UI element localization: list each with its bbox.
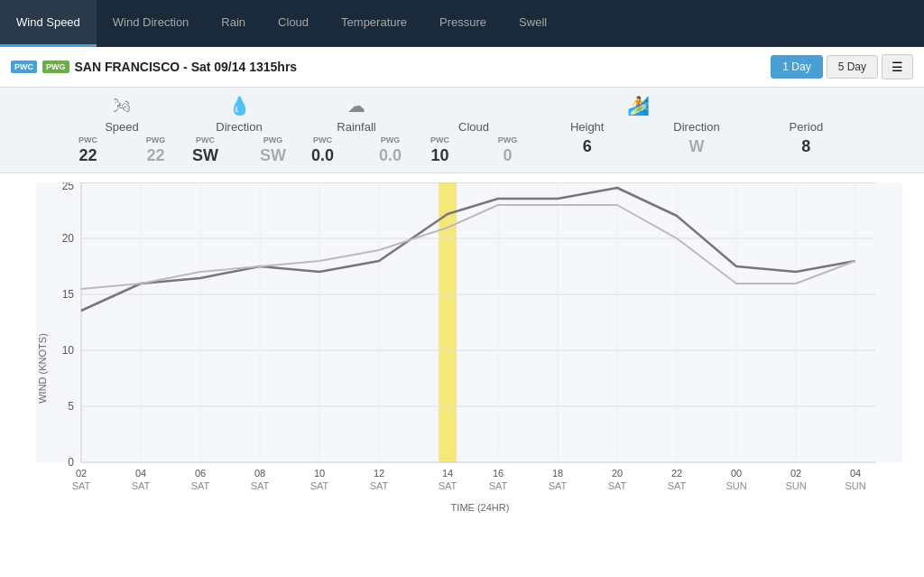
svg-text:SAT: SAT xyxy=(132,480,151,491)
location-info: PWC PWG SAN FRANCISCO - Sat 09/14 1315hr… xyxy=(11,60,297,74)
menu-button[interactable]: ☰ xyxy=(882,54,913,79)
wind-dir-pwc-value: SW xyxy=(192,146,218,165)
wind-speed-title: Speed xyxy=(105,120,139,134)
swell-dir-group: Direction W xyxy=(642,120,751,156)
svg-text:SAT: SAT xyxy=(370,480,389,491)
wind-dir-pwg-value: SW xyxy=(260,146,286,165)
wind-dir-pwg-label: PWG xyxy=(263,135,283,144)
cloud-icon: ☁ xyxy=(347,95,365,116)
svg-rect-0 xyxy=(36,182,902,462)
wind-dir-pwg: PWG SW xyxy=(248,135,298,165)
svg-text:SAT: SAT xyxy=(668,480,687,491)
svg-text:08: 08 xyxy=(254,468,265,479)
svg-text:SAT: SAT xyxy=(191,480,210,491)
svg-text:20: 20 xyxy=(612,468,623,479)
swell-height-value: 6 xyxy=(583,137,592,156)
cloud-icon-group: ☁ xyxy=(298,95,415,116)
svg-text:10: 10 xyxy=(62,344,75,357)
svg-text:SAT: SAT xyxy=(310,480,329,491)
tab-pressure[interactable]: Pressure xyxy=(423,0,503,47)
wind-icon: 🌬 xyxy=(113,96,131,116)
data-values-row: Speed PWC 22 PWG 22 Direction PWC SW xyxy=(0,118,924,171)
chart-container: WIND (KNOTS) 0 5 10 15 20 xyxy=(0,173,924,518)
svg-text:0: 0 xyxy=(68,456,74,469)
svg-text:SAT: SAT xyxy=(251,480,270,491)
wind-dir-pwc-label: PWC xyxy=(196,135,215,144)
rain-pwg: PWG 0.0 xyxy=(365,135,415,165)
data-table: 🌬 💧 ☁ 🏄 Speed PWC 22 PWG 22 xyxy=(0,88,924,173)
1day-button[interactable]: 1 Day xyxy=(771,55,822,79)
svg-text:12: 12 xyxy=(374,468,384,479)
wind-speed-pwg: PWG 22 xyxy=(131,135,180,165)
swell-icon: 🏄 xyxy=(627,95,650,116)
swell-period-title: Period xyxy=(790,120,824,134)
cloud-pwg-label: PWG xyxy=(498,135,518,144)
cloud-pwg: PWG 0 xyxy=(483,135,532,165)
svg-text:SAT: SAT xyxy=(439,480,457,491)
wind-dir-title: Direction xyxy=(216,120,262,134)
svg-text:02: 02 xyxy=(76,468,87,479)
cloud-subrow: PWC 10 PWG 0 xyxy=(415,135,532,165)
svg-text:04: 04 xyxy=(850,468,861,479)
wind-speed-subrow: PWC 22 PWG 22 xyxy=(63,135,180,165)
cloud-group: Cloud PWC 10 PWG 0 xyxy=(415,120,532,165)
cloud-pwc: PWC 10 xyxy=(415,135,465,165)
pwg-badge: PWG xyxy=(42,60,69,73)
wind-speed-pwc: PWC 22 xyxy=(63,135,113,165)
wind-speed-pwg-label: PWG xyxy=(146,135,166,144)
5day-button[interactable]: 5 Day xyxy=(827,55,878,79)
svg-text:02: 02 xyxy=(790,468,801,479)
cloud-pwc-value: 10 xyxy=(430,146,448,165)
wind-dir-pwc: PWC SW xyxy=(180,135,230,165)
rain-group: Rainfall PWC 0.0 PWG 0.0 xyxy=(298,120,415,165)
cloud-pwc-label: PWC xyxy=(430,135,449,144)
wind-speed-pwc-label: PWC xyxy=(79,135,97,144)
svg-text:SAT: SAT xyxy=(489,480,508,491)
svg-text:10: 10 xyxy=(314,468,325,479)
rain-pwg-value: 0.0 xyxy=(379,146,402,165)
svg-text:SUN: SUN xyxy=(785,480,806,491)
rain-pwc: PWC 0.0 xyxy=(298,135,347,165)
wind-icon-group: 🌬 xyxy=(63,96,180,116)
y-axis-label: WIND (KNOTS) xyxy=(37,333,48,404)
svg-text:06: 06 xyxy=(195,468,206,479)
svg-text:14: 14 xyxy=(442,468,453,479)
pwc-badge: PWC xyxy=(11,60,37,73)
rain-icon-group: 💧 xyxy=(180,95,298,116)
svg-text:22: 22 xyxy=(671,468,682,479)
wind-speed-group: Speed PWC 22 PWG 22 xyxy=(63,120,180,165)
data-icons-row: 🌬 💧 ☁ 🏄 xyxy=(0,91,924,118)
svg-text:15: 15 xyxy=(62,288,75,301)
rain-pwc-value: 0.0 xyxy=(311,146,334,165)
x-axis-label: TIME (24HR) xyxy=(36,498,924,518)
svg-text:5: 5 xyxy=(68,400,74,413)
svg-text:25: 25 xyxy=(62,182,75,192)
wind-speed-pwc-value: 22 xyxy=(79,146,97,165)
svg-text:04: 04 xyxy=(135,468,146,479)
svg-text:20: 20 xyxy=(62,232,75,245)
location-text: SAN FRANCISCO - Sat 09/14 1315hrs xyxy=(75,60,298,74)
svg-text:SAT: SAT xyxy=(72,480,91,491)
tab-temperature[interactable]: Temperature xyxy=(325,0,423,47)
wind-speed-pwg-value: 22 xyxy=(146,146,164,165)
cloud-title: Cloud xyxy=(458,120,489,134)
swell-height-title: Height xyxy=(570,120,605,134)
tab-wind-speed[interactable]: Wind Speed xyxy=(0,0,97,47)
swell-dir-value: W xyxy=(688,137,704,156)
cloud-pwg-value: 0 xyxy=(503,146,512,165)
svg-text:SUN: SUN xyxy=(725,480,746,491)
rain-pwg-label: PWG xyxy=(381,135,401,144)
tab-swell[interactable]: Swell xyxy=(503,0,563,47)
subheader: PWC PWG SAN FRANCISCO - Sat 09/14 1315hr… xyxy=(0,47,924,88)
tab-rain[interactable]: Rain xyxy=(205,0,262,47)
day-buttons: 1 Day 5 Day ☰ xyxy=(771,54,913,79)
rain-title: Rainfall xyxy=(337,120,375,134)
swell-icon-group: 🏄 xyxy=(415,95,861,116)
top-nav: Wind Speed Wind Direction Rain Cloud Tem… xyxy=(0,0,924,47)
rain-subrow: PWC 0.0 PWG 0.0 xyxy=(298,135,415,165)
tab-cloud[interactable]: Cloud xyxy=(262,0,325,47)
rain-icon: 💧 xyxy=(228,95,251,116)
svg-text:SUN: SUN xyxy=(845,480,865,491)
swell-period-value: 8 xyxy=(801,137,810,156)
tab-wind-direction[interactable]: Wind Direction xyxy=(97,0,206,47)
